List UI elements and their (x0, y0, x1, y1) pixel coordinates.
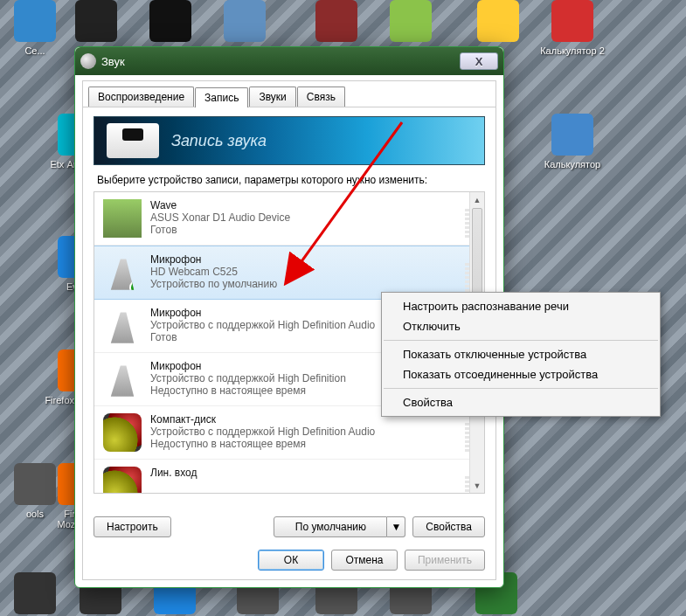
menu-item[interactable]: Показать отсоединенные устройства (382, 364, 660, 384)
device-sub2: Недоступно в настоящее время (150, 438, 375, 450)
desktop-icon[interactable] (463, 0, 533, 45)
desktop-icon[interactable] (301, 0, 371, 45)
device-sub2: Готов (150, 331, 375, 343)
app-icon (551, 0, 593, 42)
icon-label: Калькулятор (537, 159, 607, 170)
device-row[interactable]: Лин. вход (94, 460, 484, 494)
properties-button[interactable]: Свойства (412, 516, 485, 537)
device-text: МикрофонHD Webcam C525Устройство по умол… (150, 253, 277, 290)
device-sub1: HD Webcam C525 (150, 266, 277, 278)
chevron-down-icon[interactable]: ▼ (387, 516, 405, 537)
tab-strip: ВоспроизведениеЗаписьЗвукиСвязь (83, 81, 495, 107)
tab-Запись[interactable]: Запись (195, 87, 248, 107)
menu-separator (384, 388, 658, 389)
ok-button[interactable]: ОК (258, 550, 324, 571)
device-icon (103, 253, 142, 292)
recorder-icon (107, 123, 159, 158)
device-sub2: Недоступно в настоящее время (150, 384, 346, 397)
apply-button[interactable]: Применить (405, 550, 485, 571)
window-title: Звук (101, 55, 125, 68)
desktop-icon[interactable] (376, 0, 446, 45)
device-title: Микрофон (150, 360, 346, 372)
device-sub1: ASUS Xonar D1 Audio Device (150, 211, 290, 224)
scroll-down-icon[interactable]: ▼ (470, 478, 484, 493)
menu-separator (384, 340, 658, 341)
tab-Воспроизведение[interactable]: Воспроизведение (88, 87, 194, 107)
icon-label: Калькулятор 2 (537, 45, 607, 56)
device-text: WaveASUS Xonar D1 Audio DeviceГотов (150, 199, 290, 236)
context-menu: Настроить распознавание речиОтключитьПок… (381, 292, 661, 417)
default-button[interactable]: По умолчанию (274, 516, 387, 537)
cancel-button[interactable]: Отмена (331, 550, 398, 571)
instruction-text: Выберите устройство записи, параметры ко… (97, 174, 482, 186)
menu-item[interactable]: Отключить (382, 316, 660, 336)
app-icon (149, 0, 191, 42)
banner: Запись звука (94, 116, 485, 165)
device-text: Компакт-дискУстройство с поддержкой High… (150, 413, 375, 450)
app-icon (315, 0, 357, 42)
device-icon (103, 199, 142, 238)
default-dropdown[interactable]: По умолчанию ▼ (274, 516, 405, 537)
app-icon (551, 114, 593, 156)
tab-Связь[interactable]: Связь (297, 87, 345, 107)
app-icon (75, 0, 117, 42)
tab-Звуки[interactable]: Звуки (249, 87, 295, 107)
device-sub1: Устройство с поддержкой High Definition … (150, 319, 375, 331)
device-text: Лин. вход (150, 467, 197, 479)
device-icon (103, 360, 142, 398)
app-icon (390, 0, 432, 42)
device-title: Микрофон (150, 253, 277, 266)
titlebar[interactable]: Звук X (75, 47, 503, 75)
device-icon (103, 413, 142, 452)
desktop-icon[interactable]: Ce... (0, 0, 70, 56)
action-row: Настроить По умолчанию ▼ Свойства (94, 516, 485, 537)
menu-item[interactable]: Показать отключенные устройства (382, 344, 660, 364)
desktop-icon[interactable]: 64 (0, 572, 70, 616)
app-icon (224, 0, 266, 42)
desktop-icon[interactable]: Калькулятор (537, 114, 607, 170)
device-icon (103, 307, 142, 345)
configure-button[interactable]: Настроить (94, 516, 171, 537)
device-sub1: Устройство с поддержкой High Definition … (150, 426, 375, 438)
scroll-up-icon[interactable]: ▲ (470, 192, 484, 207)
icon-label: Ce... (0, 45, 70, 56)
device-sub1: Устройство с поддержкой High Definition (150, 372, 346, 384)
device-icon (103, 467, 142, 494)
app-icon (14, 0, 56, 42)
device-row[interactable]: WaveASUS Xonar D1 Audio DeviceГотов (94, 192, 484, 246)
menu-item[interactable]: Настроить распознавание речи (382, 296, 660, 316)
device-title: Лин. вход (150, 467, 197, 479)
device-title: Wave (150, 199, 290, 211)
desktop-icon[interactable] (135, 0, 205, 45)
sound-icon (80, 53, 96, 69)
dialog-buttons: ОК Отмена Применить (94, 550, 485, 571)
device-title: Компакт-диск (150, 413, 375, 426)
menu-item[interactable]: Свойства (382, 392, 660, 412)
device-text: МикрофонУстройство с поддержкой High Def… (150, 307, 375, 343)
banner-text: Запись звука (171, 132, 267, 150)
default-check-icon (129, 280, 145, 295)
desktop-icon[interactable]: Калькулятор 2 (537, 0, 607, 56)
device-sub2: Готов (150, 224, 290, 236)
device-title: Микрофон (150, 307, 375, 319)
device-sub2: Устройство по умолчанию (150, 278, 277, 290)
app-icon (477, 0, 519, 42)
device-text: МикрофонУстройство с поддержкой High Def… (150, 360, 346, 397)
app-icon (14, 572, 56, 614)
desktop-icon[interactable] (210, 0, 280, 45)
close-button[interactable]: X (460, 52, 498, 70)
